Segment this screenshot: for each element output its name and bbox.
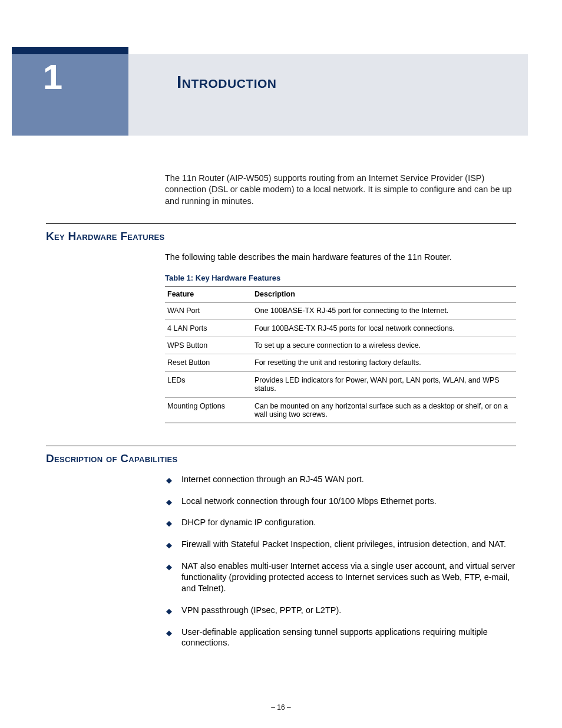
bullet-diamond-icon: ◆	[166, 519, 172, 529]
table-row: LEDsProvides LED indicators for Power, W…	[165, 371, 516, 397]
table-row: WPS ButtonTo set up a secure connection …	[165, 337, 516, 354]
cell-feature: WAN Port	[165, 302, 252, 319]
list-item-text: Internet connection through an RJ-45 WAN…	[181, 475, 364, 484]
document-page: 1 Introduction The 11n Router (AIP-W505)…	[0, 0, 562, 728]
list-item-text: Local network connection through four 10…	[181, 496, 437, 506]
list-item-text: VPN passthrough (IPsec, PPTP, or L2TP).	[181, 605, 341, 615]
list-item: ◆DHCP for dynamic IP configuration.	[165, 517, 516, 528]
col-description: Description	[252, 286, 516, 302]
page-content: The 11n Router (AIP-W505) supports routi…	[46, 164, 516, 659]
list-item: ◆Firewall with Stateful Packet Inspectio…	[165, 539, 516, 550]
bullet-diamond-icon: ◆	[166, 498, 172, 508]
cell-feature: Reset Button	[165, 354, 252, 371]
page-number: – 16 –	[0, 703, 562, 711]
header-grey-block: Introduction	[128, 54, 528, 136]
cell-feature: WPS Button	[165, 337, 252, 354]
list-item: ◆Internet connection through an RJ-45 WA…	[165, 474, 516, 485]
capabilities-list: ◆Internet connection through an RJ-45 WA…	[165, 474, 516, 648]
bullet-diamond-icon: ◆	[166, 607, 172, 617]
cell-description: Provides LED indicators for Power, WAN p…	[252, 371, 516, 397]
bullet-diamond-icon: ◆	[166, 562, 172, 572]
cell-description: To set up a secure connection to a wirel…	[252, 337, 516, 354]
list-item-text: Firewall with Stateful Packet Inspection…	[181, 539, 506, 549]
cell-description: For resetting the unit and restoring fac…	[252, 354, 516, 371]
list-item: ◆Local network connection through four 1…	[165, 496, 516, 507]
section-divider	[46, 446, 516, 446]
cell-description: One 100BASE-TX RJ-45 port for connecting…	[252, 302, 516, 319]
header-blue-block: 1	[12, 54, 128, 136]
cell-description: Can be mounted on any horizontal surface…	[252, 397, 516, 423]
col-feature: Feature	[165, 286, 252, 302]
hardware-features-table: Feature Description WAN PortOne 100BASE-…	[165, 286, 516, 423]
cell-description: Four 100BASE-TX RJ-45 ports for local ne…	[252, 319, 516, 337]
cell-feature: 4 LAN Ports	[165, 319, 252, 337]
list-item-text: DHCP for dynamic IP configuration.	[181, 518, 316, 527]
chapter-title: Introduction	[177, 72, 277, 92]
table-caption: Table 1: Key Hardware Features	[165, 274, 516, 282]
table-row: 4 LAN PortsFour 100BASE-TX RJ-45 ports f…	[165, 319, 516, 337]
section-divider	[46, 223, 516, 224]
table-row: Reset ButtonFor resetting the unit and r…	[165, 354, 516, 371]
chapter-header: 1 Introduction	[12, 47, 562, 136]
table-row: WAN PortOne 100BASE-TX RJ-45 port for co…	[165, 302, 516, 319]
table-row: Mounting OptionsCan be mounted on any ho…	[165, 397, 516, 423]
section-title-capabilities: Description of Capabilities	[46, 452, 516, 465]
list-item: ◆NAT also enables multi-user Internet ac…	[165, 561, 516, 594]
cell-feature: LEDs	[165, 371, 252, 397]
bullet-diamond-icon: ◆	[166, 628, 172, 638]
list-item: ◆User-definable application sensing tunn…	[165, 627, 516, 649]
list-item-text: User-definable application sensing tunne…	[181, 627, 488, 648]
list-item: ◆VPN passthrough (IPsec, PPTP, or L2TP).	[165, 605, 516, 616]
table-header-row: Feature Description	[165, 286, 516, 302]
chapter-number: 1	[43, 57, 62, 97]
cell-feature: Mounting Options	[165, 397, 252, 423]
header-accent-strip	[12, 47, 128, 54]
section-title-hardware: Key Hardware Features	[46, 230, 516, 243]
bullet-diamond-icon: ◆	[166, 476, 172, 486]
list-item-text: NAT also enables multi-user Internet acc…	[181, 561, 515, 593]
section-hw-intro: The following table describes the main h…	[165, 252, 516, 263]
intro-paragraph: The 11n Router (AIP-W505) supports routi…	[165, 173, 516, 207]
bullet-diamond-icon: ◆	[166, 541, 172, 551]
